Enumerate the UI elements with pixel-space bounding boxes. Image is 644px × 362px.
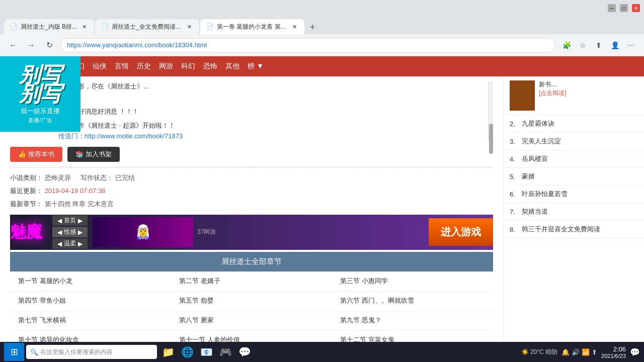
close-button[interactable]: ✕ bbox=[632, 4, 640, 12]
chapter-item-3[interactable]: 第三节 小惠同学 bbox=[332, 272, 493, 291]
ad-character: 🧝‍♀️ bbox=[93, 217, 193, 247]
taskbar-time[interactable]: 2:06 2021/6/23 bbox=[601, 345, 626, 359]
sidebar-rank-item-4[interactable]: 4. 岳风楼宣 bbox=[504, 150, 644, 168]
meta-updated-row: 最近更新： 2019-04-19 07:07:38 bbox=[10, 185, 493, 198]
start-button[interactable]: ⊞ bbox=[4, 343, 24, 361]
chapter-item-8[interactable]: 第八节 厥家 bbox=[171, 311, 332, 330]
sidebar-rank-item-7[interactable]: 7. 契婿当道 bbox=[504, 203, 644, 221]
sidebar-top-link[interactable]: [点击阅读] bbox=[539, 89, 638, 98]
meta-status-value: 已完结 bbox=[115, 174, 135, 182]
separator-line bbox=[10, 167, 493, 167]
taskbar-chat[interactable]: 💬 bbox=[235, 343, 254, 361]
nav-history[interactable]: 历史 bbox=[137, 62, 151, 71]
taskbar-apps: 📁 🌐 📧 🎮 💬 bbox=[159, 343, 254, 361]
taskbar-search-box[interactable]: 🔍 在这里输入你要搜索的内容 bbox=[26, 345, 157, 359]
url-bar[interactable]: https://www.yanqiaotianmi.com/book/18304… bbox=[60, 38, 555, 52]
tab-1-close[interactable]: ✕ bbox=[80, 23, 88, 31]
ad-menu-sexy[interactable]: ◀性感▶ bbox=[52, 227, 88, 237]
profile-icon[interactable]: 👤 bbox=[608, 38, 622, 52]
maximize-button[interactable]: □ bbox=[620, 4, 628, 12]
taskbar-edge[interactable]: 🌐 bbox=[178, 343, 196, 361]
tab-3-close[interactable]: ✕ bbox=[290, 23, 298, 31]
tray-icon-2[interactable]: 🔊 bbox=[572, 348, 580, 356]
nav-horror[interactable]: 恐怖 bbox=[203, 62, 217, 71]
tab-2-icon: 📄 bbox=[101, 23, 109, 30]
tab-1[interactable]: 📄 屑丝道士_内版 B排... ✕ bbox=[4, 19, 94, 34]
chapter-item-7[interactable]: 第七节 飞米横祸 bbox=[10, 311, 171, 330]
menu-icon[interactable]: ⋯ bbox=[624, 38, 638, 52]
chapter-item-9[interactable]: 第九节 恶鬼？ bbox=[332, 311, 493, 330]
address-bar: ← → ↻ https://www.yanqiaotianmi.com/book… bbox=[0, 34, 644, 56]
meta-category-label: 小说类别： bbox=[10, 174, 43, 182]
ad-enter-game-button[interactable]: 进入游戏 bbox=[429, 218, 493, 246]
overlay-ad-text2: 别写 bbox=[19, 83, 61, 105]
sidebar-top-content: 新书… [点击阅读] bbox=[539, 80, 638, 111]
chapter-item-11[interactable]: 第十一节 人参的价值 bbox=[171, 330, 332, 342]
chapter-item-5[interactable]: 第五节 怨婴 bbox=[171, 291, 332, 311]
tab-2[interactable]: 📄 屑丝道士_全文免费阅读_屑丝道士... ✕ bbox=[95, 19, 199, 34]
sidebar-rank-item-2[interactable]: 2. 九星霸体诀 bbox=[504, 115, 644, 133]
minimize-button[interactable]: ─ bbox=[608, 4, 616, 12]
tray-icon-1[interactable]: 🔔 bbox=[561, 348, 570, 356]
search-placeholder: 在这里输入你要搜索的内容 bbox=[40, 348, 113, 356]
windows-icon: ⊞ bbox=[11, 346, 18, 357]
rank-number-3: 3. bbox=[510, 138, 518, 145]
nav-ranking[interactable]: 榜 ▼ bbox=[248, 62, 264, 71]
overlay-ad-text3: 就一娱乐直播 bbox=[21, 107, 60, 116]
sidebar-rank-item-5[interactable]: 5. 豪婿 bbox=[504, 168, 644, 186]
overlay-advertisement[interactable]: 别写 别写 就一娱乐直播 直播/广告 bbox=[0, 56, 80, 132]
add-to-shelf-button[interactable]: 📚 加入书架 bbox=[67, 147, 120, 162]
main-content-area: 各种情形，尽在《屑丝道士》... ........... 好消息好消息好消息 ！… bbox=[0, 76, 644, 342]
recommend-button[interactable]: 👍 推荐本书 bbox=[10, 147, 62, 162]
tray-icon-3[interactable]: 📶 bbox=[582, 348, 590, 356]
tab-3[interactable]: 📄 第一卷 葛腿的小龙斋 第一节 葛... ✕ bbox=[200, 19, 304, 34]
weather-icon: ☀️ bbox=[521, 348, 529, 355]
chapter-item-6[interactable]: 第六节 西门、。啊就吹雪 bbox=[332, 291, 493, 311]
desc-link[interactable]: 传送门：http://www.motie.com/book/71873 bbox=[58, 131, 480, 142]
game-advertisement-banner[interactable]: 魅魔 ◀首页▶ ◀性感▶ ◀温柔▶ 🧝‍♀️ 37网游 bbox=[10, 215, 493, 250]
rank-title-3: 完美人生沉淀 bbox=[522, 137, 561, 146]
overlay-ad-subtext: 直播/广告 bbox=[28, 117, 52, 124]
back-button[interactable]: ← bbox=[6, 38, 20, 52]
meta-category-row: 小说类别： 恐怖灵异 写作状态： 已完结 bbox=[10, 171, 493, 185]
chapter-item-2[interactable]: 第二节 老媾子 bbox=[171, 272, 332, 291]
sidebar-rank-item-8[interactable]: 8. 韩三千并迎喜全文免费阅读 bbox=[504, 221, 644, 238]
ad-menu-warm[interactable]: ◀温柔▶ bbox=[52, 238, 88, 249]
ad-menu-home[interactable]: ◀首页▶ bbox=[52, 215, 88, 226]
forward-button[interactable]: → bbox=[24, 38, 38, 52]
rank-title-2: 九星霸体诀 bbox=[522, 119, 554, 128]
nav-xianxia[interactable]: 仙侠 bbox=[93, 62, 107, 71]
meta-latest-row: 最新章节： 第十四然 终章 完木意言 bbox=[10, 198, 493, 211]
chapter-item-10[interactable]: 第十节 诡异的化妆盒 bbox=[10, 330, 171, 342]
taskbar-file-explorer[interactable]: 📁 bbox=[159, 343, 177, 361]
taskbar-game1[interactable]: 🎮 bbox=[216, 343, 234, 361]
sidebar-top-desc: 新书… bbox=[539, 80, 638, 89]
chapter-item-1[interactable]: 第一节 葛腿的小龙 bbox=[10, 272, 171, 291]
nav-wangyou[interactable]: 网游 bbox=[159, 62, 173, 71]
scroll-thumb bbox=[489, 124, 493, 154]
reload-button[interactable]: ↻ bbox=[42, 38, 56, 52]
sidebar-rank-item-6[interactable]: 6. 叶辰孙怡夏若雪 bbox=[504, 186, 644, 203]
desc-separator: ........... bbox=[58, 92, 480, 103]
extensions-icon[interactable]: 🧩 bbox=[559, 38, 574, 52]
tab-2-close[interactable]: ✕ bbox=[185, 23, 193, 31]
nav-sci[interactable]: 科幻 bbox=[181, 62, 195, 71]
bookmark-icon[interactable]: ☆ bbox=[576, 38, 590, 52]
meta-updated-label: 最近更新： bbox=[10, 187, 43, 195]
chapter-item-4[interactable]: 第四节 带鱼小姐 bbox=[10, 291, 171, 311]
sidebar-rank-item-3[interactable]: 3. 完美人生沉淀 bbox=[504, 133, 644, 150]
right-sidebar: 新书… [点击阅读] 2. 九星霸体诀 3. 完美人生沉淀 4. bbox=[503, 76, 644, 342]
chapter-list-title: 屑丝道士全部章节 bbox=[221, 257, 282, 265]
nav-yanqing[interactable]: 言情 bbox=[115, 62, 129, 71]
nav-other[interactable]: 其他 bbox=[225, 62, 239, 71]
chapter-item-12[interactable]: 第十二节 宜装女鬼 bbox=[332, 330, 493, 342]
page-content: 别写 别写 就一娱乐直播 直播/广告 言情小说 书架 玄幻 仙侠 言情 历史 网… bbox=[0, 56, 644, 342]
new-tab-button[interactable]: + bbox=[305, 20, 319, 34]
notification-button[interactable]: 💬 bbox=[630, 347, 640, 357]
meta-updated-value: 2019-04-19 07:07:38 bbox=[45, 187, 106, 195]
tray-icon-4[interactable]: ⬆ bbox=[592, 348, 597, 356]
share-icon[interactable]: ⬆ bbox=[592, 38, 606, 52]
scroll-indicator[interactable] bbox=[488, 81, 493, 142]
rank-title-7: 契婿当道 bbox=[522, 207, 548, 216]
taskbar-mail[interactable]: 📧 bbox=[197, 343, 215, 361]
